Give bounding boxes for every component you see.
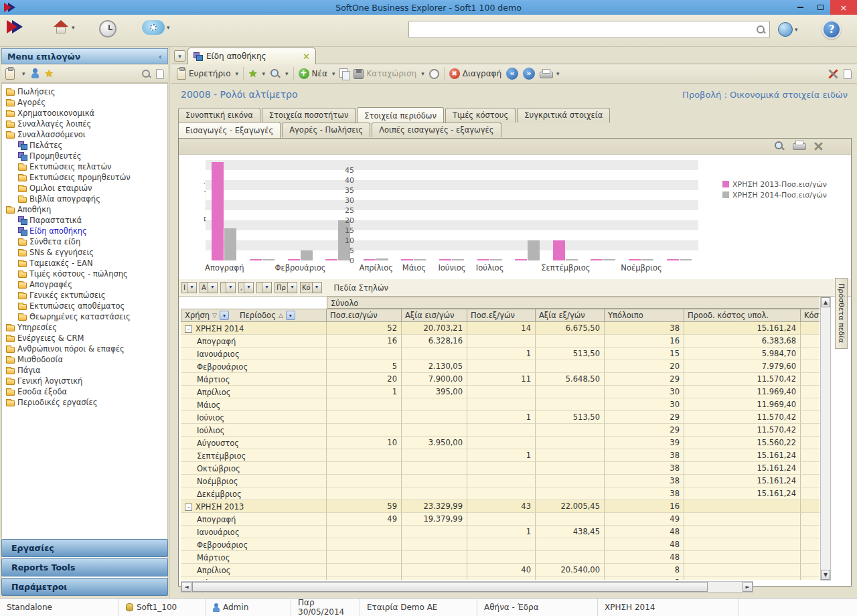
tree-item-ομιλοι-εταιριών[interactable]: Ομιλοι εταιριών [2, 183, 167, 194]
tree-item-γενική-λογιστική[interactable]: Γενική λογιστική [2, 376, 167, 386]
pivot-row-απρίλιος[interactable]: Απρίλιος4020.540,008 [181, 564, 820, 576]
sidebar-panel-button-παράμετροι[interactable]: Παράμετροι [1, 578, 168, 596]
previous-record-button[interactable]: « [506, 68, 518, 80]
sidebar-collapse-button[interactable]: ‹ [159, 52, 162, 62]
menu-search-icon[interactable] [141, 69, 151, 78]
tree-item-γενικές-εκτυπώσεις[interactable]: Γενικές εκτυπώσεις [2, 290, 167, 301]
column-header-αξία-εξ-γών[interactable]: Αξία εξ/γών [536, 309, 605, 322]
tab-στοιχεία-περιόδων[interactable]: Στοιχεία περιόδων [357, 107, 444, 123]
index-button[interactable]: Ευρετήριο▾ [177, 68, 238, 80]
tree-item-απογραφές[interactable]: Απογραφές [2, 279, 167, 290]
pivot-row-ιούνιος[interactable]: Ιούνιος1513,502911.570,42 [181, 411, 820, 424]
horizontal-scroll-thumb[interactable] [192, 582, 708, 592]
home-button[interactable]: ▾ [52, 20, 75, 35]
tree-item-μισθοδοσία[interactable]: Μισθοδοσία [2, 354, 167, 365]
record-view-label[interactable]: Προβολή : Οικονομικά στοιχεία ειδών [682, 90, 848, 100]
favorites-button[interactable]: ★▾ [248, 69, 265, 79]
column-field-chip[interactable]: Κό▾ [300, 282, 322, 293]
tree-item-ταμειακές-ean[interactable]: Ταμειακές - EAN [2, 258, 167, 268]
tree-item-αποθήκη[interactable]: Αποθήκη [2, 204, 167, 215]
pivot-row-ιανουάριος[interactable]: Ιανουάριος1438,4548 [181, 526, 820, 538]
chip-dropdown-icon[interactable]: ▾ [312, 283, 321, 293]
softone-logo-button[interactable] [7, 20, 27, 33]
chart-print-icon[interactable] [793, 141, 805, 150]
pivot-row-απογραφή[interactable]: Απογραφή4919.379,9949 [181, 513, 820, 526]
pivot-row-φεβρουάριος[interactable]: Φεβρουάριος52.130,05207.979,60 [181, 360, 820, 373]
tree-item-πωλήσεις[interactable]: Πωλήσεις [2, 86, 167, 97]
tree-item-σύνθετα-είδη[interactable]: Σύνθετα είδη [2, 236, 167, 247]
cloud-services-button[interactable]: ▾ [142, 20, 170, 35]
pivot-row-χρηση-2013[interactable]: -ΧΡΗΣΗ 20135923.329,994322.005,4516 [181, 500, 820, 513]
column-field-chip[interactable]: Ι▾ [181, 282, 197, 293]
tree-item-υπηρεσίες[interactable]: Υπηρεσίες [2, 322, 167, 333]
minimize-button[interactable] [790, 0, 810, 15]
subtab-εισαγωγές-εξαγωγές[interactable]: Εισαγωγές - Εξαγωγές [178, 122, 281, 138]
tree-item-ανθρώπινοι-πόροι-επαφές[interactable]: Ανθρώπινοι πόροι & επαφές [2, 343, 167, 354]
chip-dropdown-icon[interactable]: ▾ [208, 283, 217, 293]
delete-button[interactable]: ✖Διαγραφή [449, 68, 501, 79]
extra-fields-side-tab[interactable]: Πρόσθετα πεδία [835, 278, 848, 349]
tree-item-συναλλασσόμενοι[interactable]: Συναλλασσόμενοι [2, 129, 167, 140]
chip-dropdown-icon[interactable]: ▾ [187, 283, 196, 293]
column-field-chip[interactable]: ,▾ [238, 282, 254, 293]
column-header-κόστος-υπο[interactable]: Κόστος υπο [801, 309, 820, 322]
grid-vertical-scrollbar[interactable]: ▲ ▼ [820, 297, 831, 581]
sidebar-panel-button-εργασίες[interactable]: Εργασίες [1, 539, 168, 557]
web-search-button[interactable]: ▾ [778, 22, 798, 37]
pivot-row-φεβρουάριος[interactable]: Φεβρουάριος48 [181, 538, 820, 551]
pivot-row-σεπτέμβριος[interactable]: Σεπτέμβριος13815.161,24 [181, 449, 820, 462]
tree-item-θεωρημένες-καταστάσεις[interactable]: Θεωρημένες καταστάσεις [2, 311, 167, 322]
chart-zoom-icon[interactable] [774, 141, 785, 151]
pivot-row-απογραφή[interactable]: Απογραφή166.328,16166.383,68 [181, 335, 820, 348]
pivot-row-μάιος[interactable]: Μάιος3011.969,40 [181, 398, 820, 411]
column-header-προοδ-κόστος-υπολ-[interactable]: Προοδ. κόστος υπολ. [684, 309, 801, 322]
collapse-group-icon[interactable]: - [185, 504, 192, 511]
scroll-up-icon[interactable]: ▲ [821, 297, 830, 307]
grid-horizontal-scrollbar[interactable]: ◄ ► [181, 581, 753, 593]
tree-item-εκτυπώσεις-αποθέματος[interactable]: Εκτυπώσεις αποθέματος [2, 301, 167, 311]
pivot-row-χρηση-2014[interactable]: -ΧΡΗΣΗ 20145220.703,21146.675,503815.161… [181, 322, 820, 335]
subtab-λοιπές-εισαγωγές-εξαγωγές[interactable]: Λοιπές εισαγωγές - εξαγωγές [372, 123, 501, 137]
column-field-chip[interactable]: ▾ [256, 282, 272, 293]
copy-button[interactable] [339, 68, 349, 79]
tree-item-προμηθευτές[interactable]: Προμηθευτές [2, 151, 167, 161]
search-icon[interactable] [756, 25, 765, 34]
pivot-row-ιούλιος[interactable]: Ιούλιος2911.570,42 [181, 424, 820, 437]
pivot-row-μάρτιος[interactable]: Μάρτιος48 [181, 551, 820, 564]
help-button[interactable]: ? [822, 20, 841, 39]
print-button[interactable]: ▾ [540, 69, 560, 78]
tree-item-πελάτες[interactable]: Πελάτες [2, 140, 167, 151]
column-header-xrisi[interactable]: Χρήση [185, 311, 210, 320]
chip-dropdown-icon[interactable]: ▾ [244, 283, 253, 293]
pivot-row-ιανουάριος[interactable]: Ιανουάριος1513,50155.984,70 [181, 348, 820, 360]
chip-dropdown-icon[interactable]: ▾ [287, 283, 297, 293]
tree-item-χρηματοοικονομικά[interactable]: Χρηματοοικονομικά [2, 108, 167, 119]
pivot-row-οκτώβριος[interactable]: Οκτώβριος3815.161,24 [181, 462, 820, 475]
chip-dropdown-icon[interactable]: ▾ [226, 283, 235, 293]
column-field-chip[interactable]: Α▾ [200, 282, 218, 293]
user-menu-icon[interactable] [31, 68, 40, 79]
scroll-left-icon[interactable]: ◄ [181, 582, 191, 592]
restore-button[interactable] [810, 0, 830, 15]
column-header-αξία-εισ-γών[interactable]: Αξία εισ/γών [402, 309, 467, 322]
tab-items-warehouse[interactable]: Είδη αποθήκης ✕ [187, 48, 316, 64]
collapse-group-icon[interactable]: - [185, 325, 192, 333]
tree-item-ενέργειες-crm[interactable]: Ενέργειες & CRM [2, 333, 167, 343]
subtab-αγορές-πωλήσεις[interactable]: Αγορές - Πωλήσεις [282, 123, 370, 137]
column-field-chip[interactable]: ▾ [220, 282, 236, 293]
chip-dropdown-icon[interactable]: ▾ [262, 283, 271, 293]
save-button[interactable]: Καταχώριση▾ [354, 69, 424, 79]
column-header-ποσ-εξ-γών[interactable]: Ποσ.εξ/γών [467, 309, 536, 322]
comment-button[interactable] [429, 69, 439, 79]
tree-item-είδη-αποθήκης[interactable]: Είδη αποθήκης [2, 226, 167, 236]
pivot-row-αύγουστος[interactable]: Αύγουστος103.950,003915.560,22 [181, 437, 820, 449]
tab-close-icon[interactable]: ✕ [303, 52, 310, 62]
next-record-button[interactable]: » [523, 68, 535, 80]
new-button[interactable]: +Νέα▾ [299, 68, 335, 79]
global-search-input[interactable] [409, 22, 756, 37]
tab-συγκριτικά-στοιχεία[interactable]: Συγκριτικά στοιχεία [517, 108, 610, 123]
tab-τιμές-κόστους[interactable]: Τιμές κόστους [445, 108, 516, 123]
pivot-row-μάρτιος[interactable]: Μάρτιος207.900,00115.648,502911.570,42 [181, 373, 820, 386]
sidebar-panel-button-reports-tools[interactable]: Reports Tools [1, 558, 168, 576]
pivot-row-δεκέμβριος[interactable]: Δεκέμβριος3815.161,24 [181, 487, 820, 500]
